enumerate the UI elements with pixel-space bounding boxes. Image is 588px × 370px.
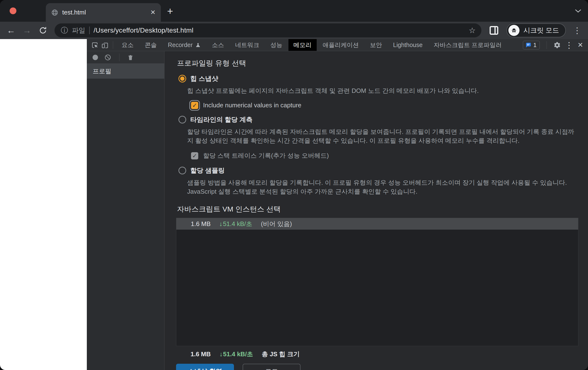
tab-title: test.html bbox=[62, 9, 147, 16]
bookmark-star-icon[interactable]: ☆ bbox=[469, 26, 476, 35]
radio-allocation-sampling[interactable] bbox=[178, 167, 186, 174]
devtools-panel: 요소 콘솔 Recorder 소스 네트워크 성능 메모리 애플리케이션 보안 … bbox=[87, 39, 588, 370]
omnibox-divider bbox=[89, 27, 90, 34]
vm-instance-heading: 자바스크립트 VM 인스턴스 선택 bbox=[177, 204, 578, 214]
vm-instance-list: 1.6 MB ↓51.4 kB/초 (비어 있음) bbox=[176, 218, 578, 346]
tab-search-chevron-icon[interactable] bbox=[575, 9, 582, 13]
forward-button[interactable]: → bbox=[23, 26, 31, 35]
globe-icon bbox=[51, 9, 58, 16]
profiles-label: 프로필 bbox=[93, 67, 111, 75]
issues-badge[interactable]: 1 bbox=[523, 41, 539, 49]
numerical-values-row[interactable]: ✓ Include numerical values in capture bbox=[191, 102, 578, 109]
incognito-badge: 시크릿 모드 bbox=[506, 23, 566, 37]
tab-elements[interactable]: 요소 bbox=[116, 39, 139, 51]
total-heap-size: 1.6 MB bbox=[190, 350, 211, 358]
experiment-flask-icon bbox=[195, 42, 201, 48]
devtools-menu-icon[interactable]: ⋮ bbox=[565, 41, 573, 49]
main-area: 요소 콘솔 Recorder 소스 네트워크 성능 메모리 애플리케이션 보안 … bbox=[0, 39, 588, 370]
issues-count: 1 bbox=[533, 42, 536, 49]
down-arrow-icon: ↓ bbox=[219, 220, 223, 228]
devtools-tabbar: 요소 콘솔 Recorder 소스 네트워크 성능 메모리 애플리케이션 보안 … bbox=[87, 39, 588, 51]
browser-tab[interactable]: test.html ✕ bbox=[46, 3, 161, 22]
total-heap-label: 총 JS 힙 크기 bbox=[262, 350, 300, 359]
option-heap-snapshot[interactable]: 힙 스냅샷 bbox=[178, 74, 578, 83]
down-arrow-icon: ↓ bbox=[219, 350, 223, 358]
browser-window: test.html ✕ + ← → ⓘ 파일 /Users/yceffort/D… bbox=[0, 0, 588, 370]
clear-profiles-icon[interactable] bbox=[104, 54, 111, 61]
devtools-close-icon[interactable]: ✕ bbox=[578, 41, 583, 49]
radio-heap-snapshot[interactable] bbox=[178, 75, 186, 83]
device-toolbar-icon[interactable] bbox=[100, 41, 109, 49]
allocation-timeline-label: 타임라인의 할당 계측 bbox=[190, 115, 252, 124]
option-allocation-timeline[interactable]: 타임라인의 할당 계측 bbox=[178, 115, 578, 124]
tab-js-profiler[interactable]: 자바스크립트 프로파일러 bbox=[429, 39, 507, 51]
vm-instance-row[interactable]: 1.6 MB ↓51.4 kB/초 (비어 있음) bbox=[176, 218, 578, 230]
numerical-values-label: Include numerical values in capture bbox=[203, 102, 302, 109]
window-controls bbox=[10, 8, 37, 14]
tab-close-icon[interactable]: ✕ bbox=[150, 9, 156, 16]
devtools-body: 프로필 프로파일링 유형 선택 힙 스냅샷 힙 스냅샷 프로필에는 페이지의 자… bbox=[87, 51, 588, 370]
profiles-toolbar bbox=[87, 51, 164, 64]
profiles-toolbar-divider bbox=[119, 53, 119, 61]
browser-menu-icon[interactable]: ⋮ bbox=[573, 26, 581, 34]
tab-network[interactable]: 네트워크 bbox=[230, 39, 264, 51]
back-button[interactable]: ← bbox=[7, 26, 15, 35]
action-buttons: 스냅샷 촬영 로드 bbox=[176, 364, 578, 370]
stack-traces-label: 할당 스택 트레이스 기록(추가 성능 오버헤드) bbox=[203, 151, 329, 160]
option-allocation-sampling[interactable]: 할당 샘플링 bbox=[178, 166, 578, 175]
reload-button[interactable] bbox=[39, 26, 47, 35]
file-scheme-chip: 파일 bbox=[72, 26, 85, 35]
devtools-tabbar-right: 1 ⋮ ✕ bbox=[523, 41, 585, 49]
tab-recorder[interactable]: Recorder bbox=[163, 39, 206, 51]
tab-console[interactable]: 콘솔 bbox=[140, 39, 162, 51]
tabbar-divider bbox=[546, 41, 547, 49]
stack-traces-row[interactable]: ✓ 할당 스택 트레이스 기록(추가 성능 오버헤드) bbox=[191, 151, 578, 160]
delete-profile-icon[interactable] bbox=[127, 54, 134, 61]
allocation-timeline-description: 할당 타임라인은 시간에 따라 계측된 자바스크립트 메모리 할당을 보여줍니다… bbox=[187, 127, 578, 145]
site-info-icon[interactable]: ⓘ bbox=[61, 26, 68, 35]
vm-heap-rate: ↓51.4 kB/초 bbox=[219, 220, 252, 228]
fullscreen-window-button[interactable] bbox=[30, 8, 37, 14]
tab-performance[interactable]: 성능 bbox=[265, 39, 287, 51]
profiles-section-header[interactable]: 프로필 bbox=[87, 64, 164, 79]
tab-memory[interactable]: 메모리 bbox=[288, 39, 317, 51]
feedback-bubble-icon bbox=[525, 42, 531, 48]
vm-instance-note: (비어 있음) bbox=[261, 220, 292, 228]
checkbox-numerical-values[interactable]: ✓ bbox=[191, 102, 198, 109]
new-tab-button[interactable]: + bbox=[167, 6, 173, 16]
allocation-sampling-description: 샘플링 방법을 사용해 메모리 할당을 기록합니다. 이 프로필 유형의 경우 … bbox=[187, 178, 578, 196]
incognito-icon bbox=[508, 25, 519, 36]
total-heap-row: 1.6 MB ↓51.4 kB/초 총 JS 힙 크기 bbox=[176, 350, 578, 359]
inspect-element-icon[interactable] bbox=[90, 41, 99, 49]
minimize-window-button[interactable] bbox=[20, 8, 27, 14]
load-button[interactable]: 로드 bbox=[243, 364, 301, 370]
heap-snapshot-description: 힙 스냅샷 프로필에는 페이지의 자바스크립트 객체 및 관련 DOM 노드 간… bbox=[187, 86, 578, 95]
profiles-sidebar: 프로필 bbox=[87, 51, 165, 370]
vm-heap-size: 1.6 MB bbox=[191, 220, 210, 228]
incognito-label: 시크릿 모드 bbox=[523, 26, 559, 35]
radio-allocation-timeline[interactable] bbox=[178, 116, 186, 124]
record-profile-icon[interactable] bbox=[92, 54, 99, 61]
tab-security[interactable]: 보안 bbox=[365, 39, 387, 51]
checkbox-stack-traces[interactable]: ✓ bbox=[191, 152, 198, 159]
take-snapshot-button[interactable]: 스냅샷 촬영 bbox=[176, 364, 234, 370]
tab-sources[interactable]: 소스 bbox=[207, 39, 229, 51]
address-bar[interactable]: ⓘ 파일 /Users/yceffort/Desktop/test.html ☆ bbox=[54, 23, 481, 37]
tabbar-divider bbox=[113, 41, 113, 49]
heap-snapshot-label: 힙 스냅샷 bbox=[190, 74, 218, 83]
side-panel-icon[interactable] bbox=[489, 25, 499, 36]
total-heap-rate: ↓51.4 kB/초 bbox=[220, 350, 253, 359]
url-text[interactable]: /Users/yceffort/Desktop/test.html bbox=[94, 27, 193, 34]
settings-gear-icon[interactable] bbox=[554, 42, 561, 49]
tab-application[interactable]: 애플리케이션 bbox=[318, 39, 364, 51]
allocation-sampling-label: 할당 샘플링 bbox=[190, 166, 225, 175]
tab-lighthouse[interactable]: Lighthouse bbox=[388, 39, 428, 51]
address-toolbar: ← → ⓘ 파일 /Users/yceffort/Desktop/test.ht… bbox=[0, 22, 588, 39]
memory-panel: 프로파일링 유형 선택 힙 스냅샷 힙 스냅샷 프로필에는 페이지의 자바스크립… bbox=[165, 51, 588, 370]
tab-strip: test.html ✕ + bbox=[0, 0, 588, 22]
page-viewport[interactable] bbox=[0, 39, 87, 370]
close-window-button[interactable] bbox=[10, 8, 16, 14]
profiling-type-heading: 프로파일링 유형 선택 bbox=[177, 58, 578, 68]
